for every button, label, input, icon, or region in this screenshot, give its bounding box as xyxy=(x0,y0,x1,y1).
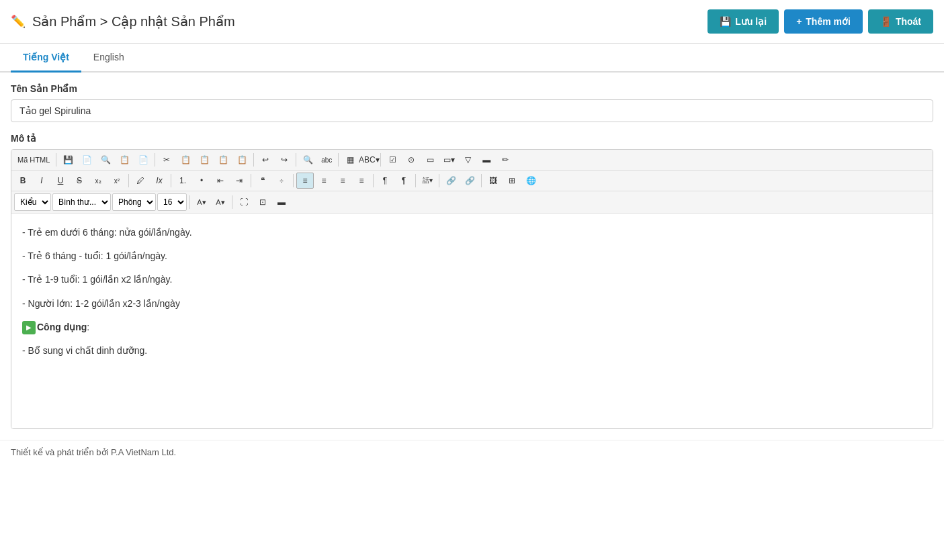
font-select[interactable]: Phông xyxy=(112,193,156,211)
toolbar-sep-10 xyxy=(293,174,294,187)
toolbar-doc2-btn[interactable]: 📄 xyxy=(134,152,152,168)
description-label: Mô tả xyxy=(11,133,933,144)
add-new-button[interactable]: + Thêm mới xyxy=(784,9,863,34)
toolbar-lang-btn[interactable]: 話▾ xyxy=(419,173,436,189)
editor-content[interactable]: - Trẻ em dưới 6 tháng: nửa gói/lần/ngày.… xyxy=(11,214,933,428)
exit-button[interactable]: 🚪 Thoát xyxy=(868,9,933,34)
toolbar-save-btn[interactable]: 💾 xyxy=(59,152,77,168)
save-icon: 💾 xyxy=(720,16,731,27)
toolbar-justify-btn[interactable]: ≡ xyxy=(353,173,370,189)
toolbar-table2-btn[interactable]: ⊞ xyxy=(503,173,521,189)
toolbar-textarea-btn[interactable]: ▽ xyxy=(459,152,476,168)
toolbar-paste-btn[interactable]: 📋 xyxy=(196,152,213,168)
toolbar-superscript-btn[interactable]: x² xyxy=(108,173,126,189)
toolbar-hr-btn[interactable]: ▬ xyxy=(478,152,495,168)
toolbar-input-btn[interactable]: ▭ xyxy=(421,152,439,168)
toolbar-para-btn[interactable]: ¶ xyxy=(376,173,394,189)
toolbar-aligncenter-btn[interactable]: ≡ xyxy=(315,173,333,189)
toolbar-bgcolor-btn[interactable]: A▾ xyxy=(212,194,229,210)
toolbar-radio-btn[interactable]: ⊙ xyxy=(402,152,420,168)
toolbar-table-btn[interactable]: ▦ xyxy=(341,152,359,168)
toolbar-sep-1 xyxy=(56,153,56,167)
product-name-label: Tên Sản Phẩm xyxy=(11,83,933,94)
toolbar-source-btn[interactable]: ▬ xyxy=(273,194,290,210)
toolbar-sep-2 xyxy=(155,153,155,167)
toolbar-template-btn[interactable]: 📋 xyxy=(116,152,133,168)
toolbar-sep-16 xyxy=(232,195,232,209)
edit-icon: ✏️ xyxy=(11,14,26,29)
toolbar-color-btn[interactable]: 🖊 xyxy=(132,173,149,189)
toolbar-alignright-btn[interactable]: ≡ xyxy=(334,173,351,189)
tab-tieng-viet[interactable]: Tiếng Việt xyxy=(11,44,81,73)
toolbar-paste3-btn[interactable]: 📋 xyxy=(233,152,251,168)
toolbar-italic-btn[interactable]: I xyxy=(33,173,50,189)
toolbar-strike-btn[interactable]: S xyxy=(71,173,88,189)
toolbar-row-1: Mã HTML 💾 📄 🔍 📋 📄 ✂ 📋 📋 📋 📋 ↩ ↪ 🔍 abc ▦ … xyxy=(11,150,933,171)
toolbar-paste2-btn[interactable]: 📋 xyxy=(214,152,232,168)
save-button[interactable]: 💾 Lưu lại xyxy=(707,9,779,34)
toolbar-select-btn[interactable]: ▭▾ xyxy=(440,152,458,168)
page-header: ✏️ Sản Phẩm > Cập nhật Sản Phẩm 💾 Lưu lạ… xyxy=(0,0,944,44)
toolbar-copy-btn[interactable]: 📋 xyxy=(177,152,194,168)
toolbar-sep-14 xyxy=(481,174,482,187)
toolbar-replace-btn[interactable]: abc xyxy=(318,152,335,168)
toolbar-sep-6 xyxy=(380,153,381,167)
toolbar-para2-btn[interactable]: ¶ xyxy=(395,173,413,189)
toolbar-sep-12 xyxy=(415,174,416,187)
toolbar-subscript-btn[interactable]: x₂ xyxy=(89,173,107,189)
format-select[interactable]: Bình thư... xyxy=(52,193,111,211)
toolbar-bold-btn[interactable]: B xyxy=(14,173,32,189)
toolbar-row-2: B I U S x₂ x² 🖊 Ix 1. • ⇤ ⇥ ❝ ÷ ≡ ≡ ≡ ≡ … xyxy=(11,171,933,191)
arrow-icon xyxy=(22,321,36,334)
header-buttons: 💾 Lưu lại + Thêm mới 🚪 Thoát xyxy=(707,9,933,34)
toolbar-alignleft-btn[interactable]: ≡ xyxy=(296,173,314,189)
toolbar-image-btn[interactable]: 🖼 xyxy=(484,173,502,189)
toolbar-unorderedlist-btn[interactable]: • xyxy=(193,173,210,189)
toolbar-custom-btn[interactable]: ✏ xyxy=(497,152,514,168)
toolbar-sep-4 xyxy=(296,153,296,167)
editor-line-3: - Trẻ 1-9 tuổi: 1 gói/lần x2 lần/ngày. xyxy=(22,271,922,288)
toolbar-cut-btn[interactable]: ✂ xyxy=(158,152,175,168)
style-select[interactable]: Kiểu xyxy=(14,193,51,211)
toolbar-fullscreen-btn[interactable]: ⛶ xyxy=(235,194,253,210)
toolbar-preview-btn[interactable]: 🔍 xyxy=(97,152,114,168)
toolbar-redo-btn[interactable]: ↪ xyxy=(275,152,293,168)
tab-english[interactable]: English xyxy=(81,44,136,73)
editor-line-5: Công dụng: xyxy=(22,319,922,336)
toolbar-fontcolor-btn[interactable]: A▾ xyxy=(193,194,210,210)
toolbar-search-btn[interactable]: 🔍 xyxy=(299,152,316,168)
page-footer: Thiết kế và phát triển bởi P.A VietNam L… xyxy=(0,440,944,464)
toolbar-sep-7 xyxy=(128,174,129,187)
main-content: Tên Sản Phẩm Mô tả Mã HTML 💾 📄 🔍 📋 📄 ✂ 📋… xyxy=(0,73,944,440)
toolbar-orderedlist-btn[interactable]: 1. xyxy=(174,173,191,189)
toolbar-clearformat-btn[interactable]: Ix xyxy=(151,173,168,189)
editor-line-2: - Trẻ 6 tháng - tuổi: 1 gói/lần/ngày. xyxy=(22,248,922,265)
toolbar-blockquote-btn[interactable]: ❝ xyxy=(254,173,271,189)
toolbar-undo-btn[interactable]: ↩ xyxy=(257,152,274,168)
format-toolbar: Kiểu Bình thư... Phông 16 A▾ A▾ ⛶ ⊡ ▬ xyxy=(11,191,933,214)
toolbar-link-btn[interactable]: 🔗 xyxy=(442,173,460,189)
toolbar-indent-btn[interactable]: ⇥ xyxy=(230,173,248,189)
size-select[interactable]: 16 xyxy=(157,193,187,211)
toolbar-underline-btn[interactable]: U xyxy=(52,173,69,189)
product-name-input[interactable] xyxy=(11,99,933,122)
toolbar-html-btn[interactable]: Mã HTML xyxy=(14,152,53,168)
toolbar-sep-11 xyxy=(373,174,374,187)
toolbar-media-btn[interactable]: 🌐 xyxy=(522,173,540,189)
editor-line-6: - Bổ sung vi chất dinh dưỡng. xyxy=(22,342,922,359)
rich-text-editor: Mã HTML 💾 📄 🔍 📋 📄 ✂ 📋 📋 📋 📋 ↩ ↪ 🔍 abc ▦ … xyxy=(11,149,933,429)
toolbar-unlink-btn[interactable]: 🔗 xyxy=(461,173,478,189)
toolbar-outdent-btn[interactable]: ⇤ xyxy=(212,173,229,189)
page-title: ✏️ Sản Phẩm > Cập nhật Sản Phẩm xyxy=(11,13,235,30)
toolbar-spellcheck-btn[interactable]: ABC▾ xyxy=(360,152,378,168)
toolbar-checkbox-btn[interactable]: ☑ xyxy=(384,152,401,168)
editor-line-1: - Trẻ em dưới 6 tháng: nửa gói/lần/ngày. xyxy=(22,224,922,241)
toolbar-div-btn[interactable]: ÷ xyxy=(273,173,290,189)
toolbar-sep-13 xyxy=(439,174,439,187)
toolbar-resize-btn[interactable]: ⊡ xyxy=(254,194,271,210)
toolbar-newdoc-btn[interactable]: 📄 xyxy=(78,152,95,168)
cong-dung-bold: Công dụng xyxy=(37,322,87,332)
toolbar-sep-15 xyxy=(189,195,190,209)
editor-line-4: - Người lớn: 1-2 gói/lần x2-3 lần/ngày xyxy=(22,295,922,312)
toolbar-sep-9 xyxy=(251,174,251,187)
